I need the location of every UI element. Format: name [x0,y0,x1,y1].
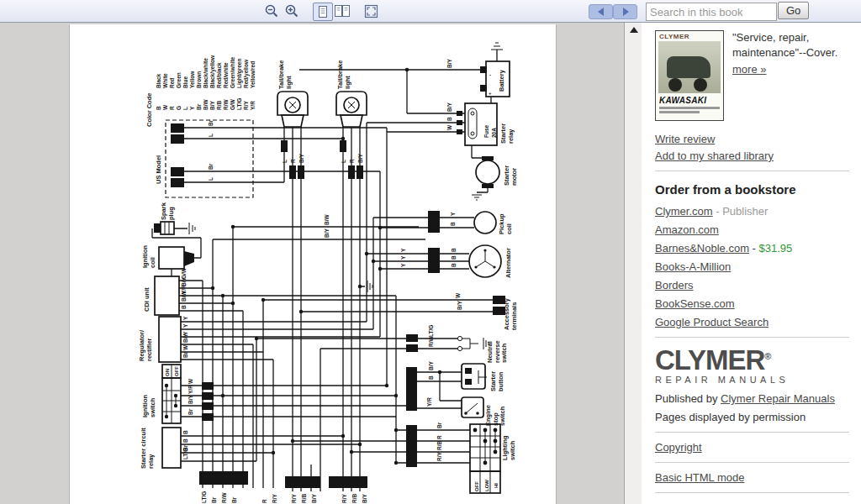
wire-label: LT/G [428,325,434,337]
viewer-scrollbar[interactable] [624,23,642,504]
wire-label: LT/G [201,491,207,503]
permission-note: Pages displayed by permission [655,411,849,423]
tail-light-label: Tail/brakelight [336,60,351,89]
wire-label: Y [450,212,456,216]
zoom-out-button[interactable] [262,3,281,19]
wire-label: B/W [181,291,187,302]
search-input[interactable] [646,3,777,21]
fullscreen-icon [364,4,378,18]
add-library-link[interactable]: Add to my shared library [655,150,774,162]
booksense-link[interactable]: BookSense.com [655,297,735,310]
lighting-switch-label: Lightingswitch [501,435,516,460]
write-review-link[interactable]: Write review [655,133,715,145]
wire-label: Y [400,263,406,267]
cover-title: KAWASAKI [656,93,723,105]
bookstore-item: Clymer.com - Publisher [655,205,849,218]
component-battery: - + Battery B/Y [446,59,510,97]
basic-html-mode-link[interactable]: Basic HTML mode [655,471,744,484]
more-link[interactable]: more » [732,62,766,77]
wire-label: B [451,248,457,252]
wire-label: LT/G [182,448,188,459]
scroll-up-icon [630,27,638,33]
wire-label: Br [436,422,442,428]
two-page-view-button[interactable] [333,3,351,19]
wire-label: B [182,438,188,443]
bookstore-item: BookSense.com [655,297,849,310]
svg-text:B: B [156,106,161,110]
battery-minus: - [489,72,491,77]
zoom-in-button[interactable] [283,3,301,19]
amazon-link[interactable]: Amazon.com [655,223,719,236]
wire-label: Y/R [188,385,193,394]
accessory-terminals-label: Accessoryterminals [503,297,518,330]
svg-text:White: White [162,73,168,88]
bookstore-heading: Order from a bookstore [655,182,849,197]
single-page-icon [316,5,330,18]
pickup-coil-label: Pickupcoil [498,213,513,234]
books-a-million-link[interactable]: Books-A-Million [655,260,731,273]
svg-text:B/Y: B/Y [209,101,215,111]
barnes-noble-link[interactable]: Barnes&Noble.com [655,242,749,255]
fullscreen-button[interactable] [362,3,380,19]
component-spark-plug: Sparkplug [154,202,175,234]
scroll-up-button[interactable] [625,23,642,36]
color-code-title: Color Code [145,93,153,127]
component-cdi-unit: CDI unit G/W B/Y Y/R B/W B [143,267,187,315]
wire-label: B/Y [428,361,434,371]
divider [655,432,849,433]
wire-label: B/Y [446,102,452,113]
bottom-connectors: LT/G Br R/W Br R R/Y R/Y R/B B/Y R/Y R/B… [199,471,367,503]
starter-button-label: Starterbutton [489,371,504,391]
svg-text:L: L [182,107,188,110]
toolbar: Go [0,0,861,23]
svg-text:Red: Red [169,78,175,88]
svg-text:Black/white: Black/white [203,58,209,88]
wire-label: Br [211,496,217,503]
wire-label: R/Y [436,452,442,462]
wire-label: R/B [436,441,442,451]
clymer-link[interactable]: Clymer.com [655,205,713,218]
wire-label: B/Y [324,228,330,239]
wire-label: B/Y [362,494,367,504]
wire-label: Br [182,351,188,358]
publisher-link[interactable]: Clymer Repair Manuals [721,392,835,405]
svg-text:Y: Y [189,106,195,110]
wiring-diagram: Color Code B Black W White R Red G Green… [70,24,556,504]
google-product-search-link[interactable]: Google Product Search [655,316,769,328]
wire-label: B/Y [457,301,462,311]
wire-label: B/W [324,214,330,226]
wire-label: L [208,134,214,137]
wire-label: R/W [428,336,434,348]
wire-label: R [436,435,442,439]
bookstore-item: Borders [655,279,849,291]
component-lighting-switch: OFF LOW HI Br R R/B R/Y Lightingswitch [406,422,516,493]
next-page-button[interactable] [613,4,637,19]
battery-label: Battery [498,69,505,92]
go-button[interactable]: Go [778,2,809,19]
lighting-low-label: LOW [484,480,489,491]
wire-label: Br [208,163,214,170]
wire-label: R/B [351,494,357,504]
wire-label: R/B [301,494,307,504]
component-engine-stop-switch: Y/R Enginestopswitch [426,397,506,426]
wire-label: G/W [181,267,187,279]
wire-label: B [450,222,456,226]
wire-label: W [182,344,188,350]
svg-text:Br: Br [196,103,202,110]
arrow-left-icon [598,8,605,16]
copyright-link[interactable]: Copyright [655,441,702,454]
cdi-unit-label: CDI unit [143,287,151,312]
single-page-view-button[interactable] [313,3,333,21]
book-cover-thumbnail[interactable]: CLYMER KAWASAKI [655,30,724,121]
clymer-logo: CLYMER® REPAIR MANUALS [655,346,849,385]
borders-link[interactable]: Borders [655,279,694,291]
svg-text:B/W: B/W [203,99,209,111]
svg-text:Black/yellow: Black/yellow [209,55,216,88]
wire-label: W [188,378,193,384]
component-tail-light-1: Tail/brakelight L R B/Y [277,60,308,179]
component-starter-relay: Fuse20A Starterrelay B/Y B W [446,102,515,146]
svg-text:LT/G: LT/G [236,98,242,110]
cover-photo [658,41,721,93]
wire-label: B/Y [357,154,363,164]
prev-page-button[interactable] [589,4,613,19]
